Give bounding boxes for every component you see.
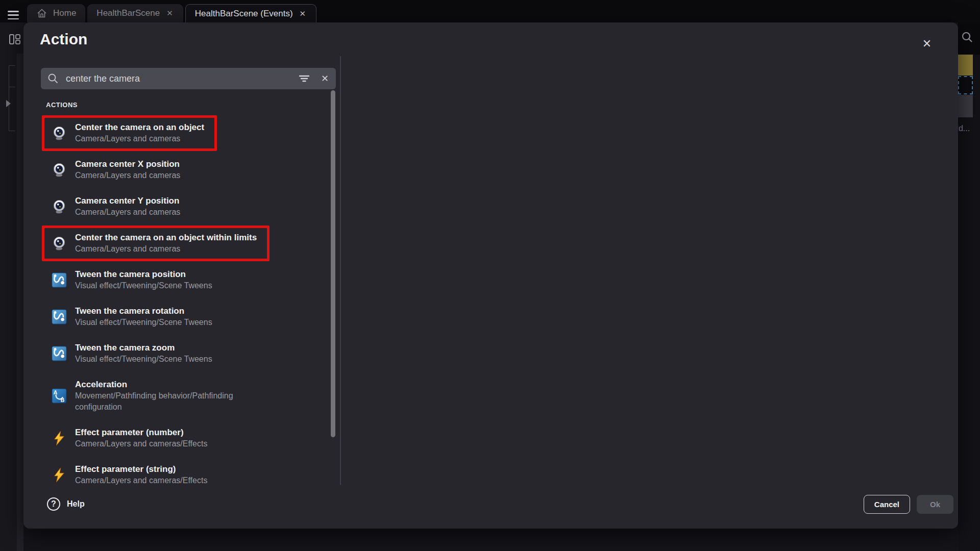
action-dialog: Action ✕ ✕ ACTIONS Center the camera on …: [23, 22, 958, 529]
cancel-button[interactable]: Cancel: [864, 495, 910, 514]
right-panel-edge: dd...: [958, 22, 980, 551]
expand-arrow-icon[interactable]: [6, 100, 11, 107]
action-item-title: Effect parameter (string): [75, 464, 207, 475]
search-icon: [47, 72, 59, 85]
tab-label: HealthBarScene: [96, 8, 160, 18]
list-scrollbar[interactable]: [331, 90, 335, 437]
action-item-subtitle: Visual effect/Tweening/Scene Tweens: [75, 354, 212, 365]
clear-search-icon[interactable]: ✕: [321, 73, 329, 84]
tab-close-icon[interactable]: ✕: [165, 9, 174, 18]
event-tree-tick: [9, 87, 15, 87]
object-thumbnail[interactable]: [958, 95, 973, 117]
action-item-title: Center the camera on an object within li…: [75, 232, 257, 243]
tab-healthbarscene[interactable]: HealthBarScene✕: [87, 4, 183, 22]
tween-icon: [52, 309, 67, 324]
action-item-subtitle: Camera/Layers and cameras: [75, 207, 180, 218]
tween-icon: [52, 346, 67, 361]
selected-object-outline[interactable]: [958, 76, 973, 94]
action-item[interactable]: ABAccelerationMovement/Pathfinding behav…: [41, 372, 328, 419]
tween-icon: [52, 272, 67, 288]
action-item-title: Acceleration: [75, 379, 278, 390]
webcam-icon: [52, 199, 67, 214]
webcam-icon: [52, 126, 67, 141]
panel-divider: [340, 56, 341, 485]
action-item-title: Center the camera on an object: [75, 122, 204, 133]
action-item-title: Effect parameter (number): [75, 427, 207, 438]
pathfinding-icon: AB: [52, 388, 67, 404]
panels-icon[interactable]: [8, 33, 21, 48]
action-item-subtitle: Movement/Pathfinding behavior/Pathfindin…: [75, 390, 278, 413]
search-icon[interactable]: [961, 31, 974, 46]
action-item-title: Tween the camera zoom: [75, 342, 212, 354]
action-item-title: Tween the camera rotation: [75, 306, 212, 317]
action-item-subtitle: Camera/Layers and cameras/Effects: [75, 475, 207, 485]
action-item[interactable]: Camera center Y positionCamera/Layers an…: [41, 189, 328, 224]
hamburger-icon[interactable]: [8, 11, 19, 19]
event-tree-tick: [9, 131, 15, 131]
action-item-subtitle: Camera/Layers and cameras: [75, 170, 180, 181]
action-item-subtitle: Visual effect/Tweening/Scene Tweens: [75, 317, 212, 328]
action-item-subtitle: Visual effect/Tweening/Scene Tweens: [75, 280, 212, 291]
action-item-subtitle: Camera/Layers and cameras: [75, 243, 257, 255]
action-item-subtitle: Camera/Layers and cameras: [75, 133, 204, 144]
dialog-title: Action: [40, 31, 87, 48]
webcam-icon: [52, 162, 67, 178]
ok-button[interactable]: Ok: [917, 495, 953, 514]
action-item-title: Camera center X position: [75, 159, 180, 170]
tab-close-icon[interactable]: ✕: [299, 9, 307, 18]
action-item-subtitle: Camera/Layers and cameras/Effects: [75, 438, 207, 449]
action-item[interactable]: Effect parameter (number)Camera/Layers a…: [41, 420, 328, 456]
event-tree-tick: [9, 65, 15, 66]
dialog-footer: ? Help Cancel Ok: [47, 490, 953, 518]
action-item[interactable]: Tween the camera rotationVisual effect/T…: [41, 299, 328, 335]
webcam-icon: [52, 236, 67, 251]
action-item[interactable]: Tween the camera positionVisual effect/T…: [41, 262, 328, 298]
action-item[interactable]: Center the camera on an objectCamera/Lay…: [41, 115, 328, 151]
event-tree-line: [9, 65, 9, 131]
top-bar: HomeHealthBarScene✕HealthBarScene (Event…: [0, 0, 980, 22]
help-icon: ?: [47, 497, 60, 511]
home-icon: [36, 8, 47, 19]
filter-icon[interactable]: [298, 73, 310, 84]
tab-label: Home: [53, 8, 76, 18]
left-panel-edge: [0, 22, 23, 551]
close-icon[interactable]: ✕: [918, 35, 936, 53]
effect-icon: [52, 467, 67, 483]
actions-list: ACTIONS Center the camera on an objectCa…: [41, 97, 328, 485]
search-bar: ✕: [41, 68, 336, 89]
search-input[interactable]: [66, 73, 298, 84]
action-item[interactable]: Center the camera on an object within li…: [41, 226, 328, 261]
effect-icon: [52, 431, 67, 446]
tab-healthbarscene-events[interactable]: HealthBarScene (Events)✕: [185, 4, 316, 22]
help-button[interactable]: ? Help: [47, 497, 85, 511]
object-thumbnail[interactable]: [958, 55, 973, 76]
section-header: ACTIONS: [46, 101, 328, 109]
action-item-title: Tween the camera position: [75, 269, 212, 280]
action-item[interactable]: Camera center X positionCamera/Layers an…: [41, 152, 328, 188]
tab-strip: HomeHealthBarScene✕HealthBarScene (Event…: [27, 4, 318, 22]
action-item[interactable]: Effect parameter (string)Camera/Layers a…: [41, 457, 328, 485]
action-item[interactable]: Tween the camera zoomVisual effect/Tween…: [41, 336, 328, 371]
svg-text:B: B: [61, 397, 64, 403]
help-label: Help: [67, 499, 85, 509]
tab-label: HealthBarScene (Events): [195, 9, 293, 19]
svg-text:A: A: [54, 390, 58, 395]
tab-home[interactable]: Home: [27, 4, 85, 22]
events-panel-edge: [17, 54, 23, 551]
action-item-title: Camera center Y position: [75, 195, 180, 207]
